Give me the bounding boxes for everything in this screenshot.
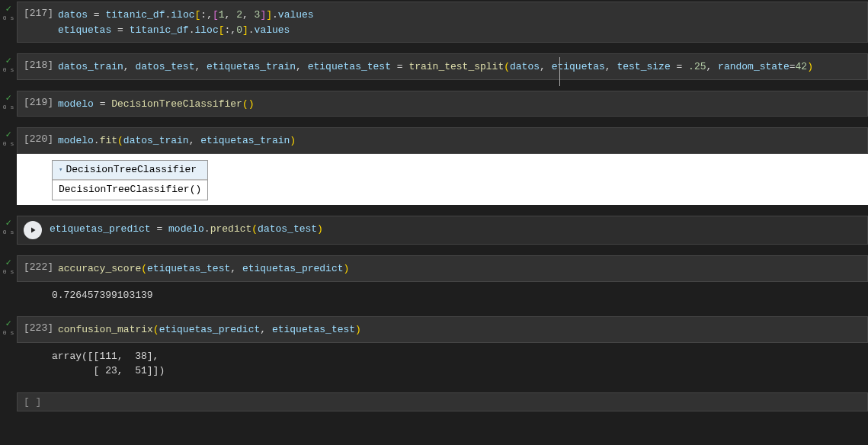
code-cell[interactable]: ✓0 setiquetas_predict = modelo.predict(d… [0, 216, 868, 245]
code-editor[interactable]: modelo.fit(datos_train, etiquetas_train) [58, 133, 296, 149]
code-cell[interactable]: ✓0 s[222]accuracy_score(etiquetas_test, … [0, 255, 868, 306]
check-icon: ✓ [5, 94, 11, 103]
code-editor[interactable]: etiquetas_predict = modelo.predict(datos… [50, 221, 323, 237]
exec-count: [223] [24, 322, 53, 334]
exec-count: [218] [24, 59, 53, 71]
collapse-triangle-icon[interactable]: ▾ [59, 165, 62, 175]
exec-count: [220] [24, 133, 53, 145]
cell-output: 0.726457399103139 [17, 282, 868, 306]
cell-gutter: ✓0 s [0, 53, 17, 73]
cell-input[interactable]: etiquetas_predict = modelo.predict(datos… [17, 216, 868, 245]
code-editor[interactable]: datos_train, datos_test, etiquetas_train… [58, 59, 813, 75]
code-cell[interactable]: ✓0 s[218]datos_train, datos_test, etique… [0, 53, 868, 80]
cell-gutter: ✓0 s [0, 91, 17, 110]
check-icon: ✓ [5, 319, 11, 328]
cell-gutter: ✓0 s [0, 255, 17, 275]
exec-count: [217] [24, 7, 53, 19]
exec-time: 0 s [3, 329, 14, 336]
check-icon: ✓ [5, 219, 11, 228]
check-icon: ✓ [5, 130, 11, 139]
cell-input[interactable]: [217]datos = titanic_df.iloc[:,[1, 2, 3]… [17, 2, 868, 43]
cell-output: array([[111, 38], [ 23, 51]]) [17, 343, 868, 382]
text-cursor [559, 57, 560, 86]
cell-input[interactable]: [222]accuracy_score(etiquetas_test, etiq… [17, 255, 868, 282]
code-cell[interactable]: ✓0 s[223]confusion_matrix(etiquetas_pred… [0, 316, 868, 382]
cell-body: [222]accuracy_score(etiquetas_test, etiq… [17, 255, 868, 306]
cell-gutter: ✓0 s [0, 216, 17, 235]
cell-input[interactable]: [218]datos_train, datos_test, etiquetas_… [17, 53, 868, 80]
empty-cell[interactable]: [ ] [17, 392, 868, 411]
exec-time: 0 s [3, 140, 14, 147]
exec-time: 0 s [3, 66, 14, 73]
notebook: ✓0 s[217]datos = titanic_df.iloc[:,[1, 2… [0, 0, 868, 411]
cell-gutter: ✓0 s [0, 2, 17, 21]
cell-body: [217]datos = titanic_df.iloc[:,[1, 2, 3]… [17, 2, 868, 43]
code-cell[interactable]: ✓0 s[217]datos = titanic_df.iloc[:,[1, 2… [0, 2, 868, 43]
cell-body: [219]modelo = DecisionTreeClassifier() [17, 91, 868, 117]
exec-time: 0 s [3, 104, 14, 110]
check-icon: ✓ [5, 258, 11, 267]
cell-input[interactable]: [223]confusion_matrix(etiquetas_predict,… [17, 316, 868, 343]
run-cell-button[interactable] [24, 221, 42, 239]
cell-body: [223]confusion_matrix(etiquetas_predict,… [17, 316, 868, 382]
cell-body: etiquetas_predict = modelo.predict(datos… [17, 216, 868, 245]
code-editor[interactable]: confusion_matrix(etiquetas_predict, etiq… [58, 322, 361, 338]
model-repr-body: DecisionTreeClassifier() [53, 180, 207, 200]
model-repr[interactable]: ▾DecisionTreeClassifierDecisionTreeClass… [52, 160, 208, 201]
code-cell[interactable]: ✓0 s[220]modelo.fit(datos_train, etiquet… [0, 127, 868, 205]
exec-count: [222] [24, 261, 53, 273]
cell-body: [218]datos_train, datos_test, etiquetas_… [17, 53, 868, 80]
cell-body: [220]modelo.fit(datos_train, etiquetas_t… [17, 127, 868, 205]
code-editor[interactable]: modelo = DecisionTreeClassifier() [58, 96, 255, 112]
model-repr-title: DecisionTreeClassifier [66, 162, 197, 178]
exec-time: 0 s [3, 229, 14, 235]
cell-gutter: ✓0 s [0, 316, 17, 336]
exec-count: [219] [24, 96, 53, 108]
code-editor[interactable]: datos = titanic_df.iloc[:,[1, 2, 3]].val… [58, 7, 314, 37]
code-cell[interactable]: ✓0 s[219]modelo = DecisionTreeClassifier… [0, 91, 868, 117]
code-editor[interactable]: accuracy_score(etiquetas_test, etiquetas… [58, 261, 349, 277]
cell-input[interactable]: [219]modelo = DecisionTreeClassifier() [17, 91, 868, 117]
cell-gutter: ✓0 s [0, 127, 17, 147]
cell-output: ▾DecisionTreeClassifierDecisionTreeClass… [17, 154, 868, 206]
exec-time: 0 s [3, 14, 14, 21]
check-icon: ✓ [5, 56, 11, 66]
model-repr-header[interactable]: ▾DecisionTreeClassifier [53, 161, 207, 181]
exec-time: 0 s [3, 268, 14, 275]
play-icon [28, 226, 37, 235]
cell-input[interactable]: [220]modelo.fit(datos_train, etiquetas_t… [17, 127, 868, 154]
check-icon: ✓ [5, 5, 11, 14]
